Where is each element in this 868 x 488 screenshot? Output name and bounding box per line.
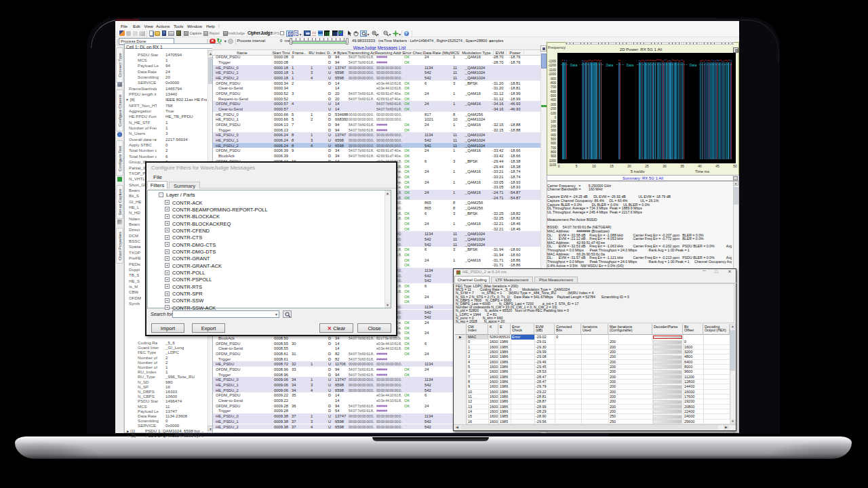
svg-text:Data: Data <box>627 63 634 67</box>
svg-text:Data: Data <box>606 63 614 67</box>
svg-text:Data: Data <box>570 63 578 67</box>
svg-text:Data: Data <box>690 63 697 67</box>
